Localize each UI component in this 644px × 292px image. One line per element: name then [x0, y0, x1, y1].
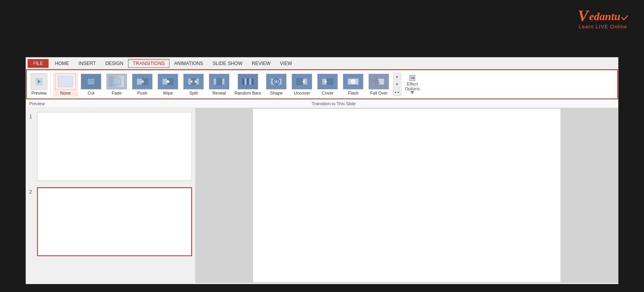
transitions-section: None Cut: [53, 73, 391, 97]
ribbon-transitions: Preview None: [26, 69, 618, 99]
menu-slideshow[interactable]: SLIDE SHOW: [208, 59, 247, 68]
slide-thumbnail-1[interactable]: [37, 112, 192, 181]
menu-insert[interactable]: INSERT: [74, 59, 101, 68]
cut-label: Cut: [87, 91, 94, 95]
logo-tagline: Learn LIVE Online: [578, 24, 628, 30]
cover-icon: [317, 74, 338, 89]
uncover-label: Uncover: [294, 91, 310, 95]
menu-transitions[interactable]: TRANSITIONS: [128, 59, 169, 68]
logo-v-letter: V: [578, 8, 588, 24]
menu-home[interactable]: HOME: [50, 59, 74, 68]
menu-review[interactable]: REVIEW: [247, 59, 275, 68]
slide-item-1: 1: [29, 112, 192, 181]
none-label: None: [60, 91, 71, 95]
ppt-window: FILE HOME INSERT DESIGN TRANSITIONS ANIM…: [26, 57, 618, 284]
section-bar: Preview Transition to This Slide: [26, 99, 618, 108]
menu-bar: FILE HOME INSERT DESIGN TRANSITIONS ANIM…: [26, 58, 618, 69]
flash-label: Flash: [348, 91, 359, 95]
effect-options-icon: [409, 74, 416, 82]
transition-uncover[interactable]: Uncover: [290, 73, 314, 97]
push-icon: [132, 74, 153, 89]
random-bars-svg: [242, 77, 254, 86]
menu-animations[interactable]: ANIMATIONS: [169, 59, 208, 68]
effect-options[interactable]: Effect Options: [401, 73, 423, 96]
slide-number-1: 1: [29, 113, 37, 119]
svg-rect-17: [247, 78, 249, 85]
uncover-icon: [292, 74, 312, 89]
logo-name: edantu: [589, 10, 620, 24]
scroll-down-button[interactable]: ▼: [393, 81, 400, 88]
slides-panel: 1 2: [26, 108, 195, 283]
transition-fall-over[interactable]: Fall Over: [367, 73, 391, 97]
flash-icon: [343, 74, 363, 89]
flash-svg: [347, 77, 359, 86]
svg-rect-27: [327, 78, 333, 85]
wipe-label: Wipe: [163, 91, 173, 95]
random-bars-icon: [238, 74, 258, 89]
fall-over-label: Fall Over: [370, 91, 388, 95]
preview-section: Preview: [29, 72, 51, 97]
transition-cover[interactable]: Cover: [315, 73, 340, 97]
push-label: Push: [137, 91, 147, 95]
split-icon: [183, 74, 204, 89]
ribbon-scroll-controls: ▲ ▼ ▼▼: [393, 73, 400, 96]
preview-section-label: Preview: [29, 101, 45, 106]
transition-random-bars[interactable]: Random Bars: [233, 73, 263, 97]
wipe-icon: [158, 74, 178, 89]
transition-none[interactable]: None: [53, 73, 78, 97]
effect-options-dropdown-icon: [410, 91, 414, 94]
push-arrow-icon: [136, 77, 148, 86]
main-content: 1 2: [26, 108, 618, 283]
slide-item-2: 2: [29, 187, 192, 256]
uncover-svg: [296, 77, 308, 86]
fall-over-svg: [373, 77, 385, 86]
transition-reveal[interactable]: Reveal: [207, 73, 231, 97]
transition-flash[interactable]: Flash: [341, 73, 365, 97]
preview-label: Preview: [31, 91, 47, 95]
svg-point-31: [352, 80, 354, 83]
scroll-up-button[interactable]: ▲: [393, 73, 400, 80]
shape-icon: [266, 74, 287, 89]
reveal-label: Reveal: [212, 91, 226, 95]
transition-wipe[interactable]: Wipe: [156, 73, 180, 97]
shape-svg: [270, 77, 282, 86]
transition-cut[interactable]: Cut: [79, 73, 103, 97]
slide-canvas-inner: [253, 109, 560, 282]
svg-rect-14: [216, 78, 222, 85]
menu-file[interactable]: FILE: [28, 59, 48, 68]
scroll-more-button[interactable]: ▼▼: [393, 89, 400, 96]
fall-over-icon: [369, 74, 389, 89]
slide-canvas: [195, 108, 618, 283]
svg-rect-19: [252, 78, 253, 85]
preview-button[interactable]: [31, 73, 47, 90]
wipe-arrow-icon: [162, 77, 174, 86]
app-wrapper: V edantu Learn LIVE Online FILE HOME INS…: [0, 0, 644, 292]
menu-view[interactable]: VIEW: [275, 59, 297, 68]
random-bars-label: Random Bars: [235, 91, 261, 95]
svg-rect-24: [296, 78, 303, 85]
fade-label: Fade: [112, 91, 121, 95]
svg-marker-37: [410, 91, 414, 94]
play-icon: [35, 78, 43, 86]
reveal-icon-svg: [213, 77, 225, 86]
logo-checkmark-icon: [621, 14, 628, 21]
vedantu-logo: V edantu Learn LIVE Online: [578, 8, 628, 30]
reveal-icon: [209, 74, 229, 89]
cover-label: Cover: [322, 91, 333, 95]
transition-shape[interactable]: Shape: [264, 73, 288, 97]
transition-split[interactable]: Split: [181, 73, 206, 97]
svg-rect-16: [245, 78, 246, 85]
transition-section-label: Transition to This Slide: [52, 101, 615, 106]
none-icon: [55, 74, 76, 89]
cover-svg: [322, 77, 333, 86]
transition-fade[interactable]: Fade: [104, 73, 129, 97]
split-arrows-icon: [188, 77, 199, 86]
slide-number-2: 2: [29, 189, 37, 195]
svg-rect-18: [249, 78, 251, 85]
cut-icon: [81, 74, 101, 89]
fade-icon: [106, 74, 127, 89]
slide-thumbnail-2[interactable]: [37, 187, 192, 256]
shape-label: Shape: [270, 91, 283, 95]
menu-design[interactable]: DESIGN: [101, 59, 128, 68]
transition-push[interactable]: Push: [130, 73, 154, 97]
